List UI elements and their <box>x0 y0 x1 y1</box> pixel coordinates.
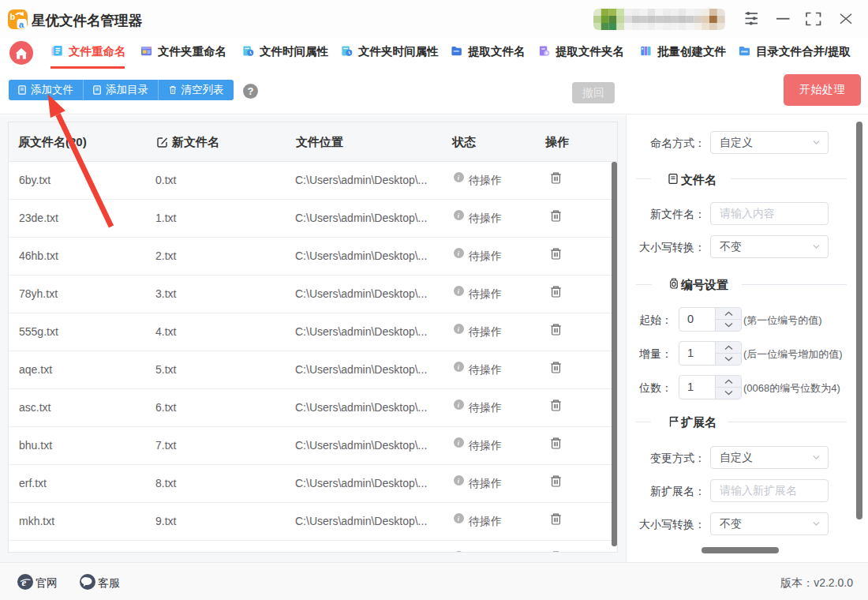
svg-text:b: b <box>10 12 16 21</box>
svg-text:a: a <box>19 20 24 29</box>
svg-text:e: e <box>22 576 27 588</box>
